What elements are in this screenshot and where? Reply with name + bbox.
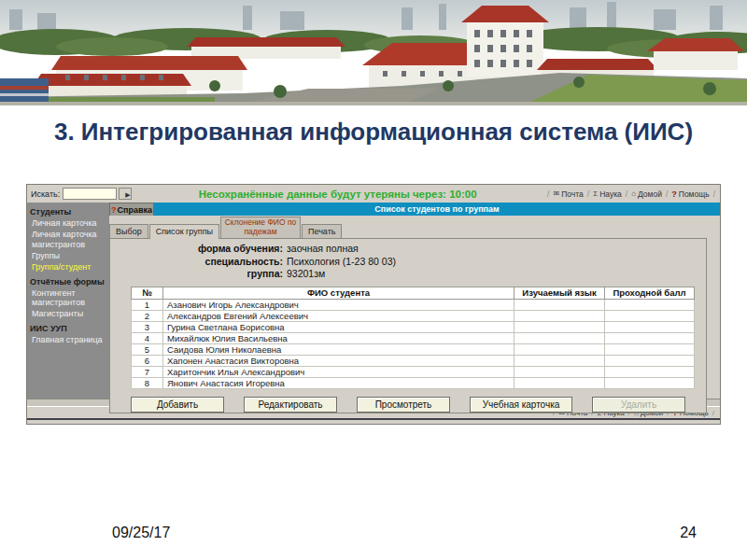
cell-number: 1 (132, 299, 163, 310)
add-button[interactable]: Добавить (131, 397, 224, 413)
cell-number: 6 (132, 355, 163, 366)
help-tab-label: Справка (118, 205, 152, 215)
unsaved-data-warning: Несохранённые данные будут утеряны через… (132, 189, 543, 200)
action-buttons: Добавить Редактировать Просмотреть Учебн… (131, 397, 685, 413)
education-form-label: форма обучения: (110, 243, 283, 256)
cell-name: Александров Евгений Алексеевич (163, 310, 514, 321)
cell-language (514, 321, 605, 332)
info-row-education-form: форма обучения: заочная полная (110, 243, 706, 256)
speciality-value: Психология (1-23 80 03) (287, 256, 396, 269)
app-top-bar: Искать: ▶ Несохранённые данные будут уте… (27, 185, 720, 203)
sidebar-item-masters[interactable]: Магистранты (27, 308, 109, 319)
sidebar-item-groups[interactable]: Группы (27, 250, 109, 261)
cell-name: Харитончик Илья Александрович (163, 366, 514, 377)
search-go-button[interactable]: ▶ (119, 188, 132, 200)
cell-language (514, 310, 605, 321)
tab-print[interactable]: Печать (302, 224, 342, 238)
toolbar-science[interactable]: ΣНаука (584, 189, 622, 199)
toolbar-science-label: Наука (599, 189, 622, 199)
cell-score (605, 299, 695, 310)
science-icon: Σ (593, 189, 598, 198)
app-main: Студенты Личная карточка Личная карточка… (27, 203, 720, 399)
view-button[interactable]: Просмотреть (357, 397, 450, 413)
cell-score (605, 377, 695, 388)
table-row[interactable]: 6Хапонен Анастасия Викторовна (132, 355, 695, 366)
tab-group-list[interactable]: Список группы (149, 224, 219, 239)
cell-score (605, 366, 695, 377)
table-row[interactable]: 5Саидова Юлия Николаевна (132, 343, 695, 355)
cell-name: Хапонен Анастасия Викторовна (163, 355, 514, 366)
cell-language (514, 355, 605, 366)
cell-score (605, 332, 695, 343)
cell-language (514, 332, 605, 343)
cell-score (605, 321, 695, 332)
students-table: № ФИО студента Изучаемый язык Проходной … (131, 287, 695, 389)
table-row[interactable]: 3Гурина Светлана Борисовна (132, 321, 695, 332)
cell-name: Азанович Игорь Александрович (163, 299, 514, 310)
cell-number: 7 (132, 366, 163, 377)
cell-language (514, 299, 605, 310)
tab-panel: форма обучения: заочная полная специальн… (109, 238, 707, 413)
table-row[interactable]: 2Александров Евгений Алексеевич (132, 310, 695, 321)
question-icon: ? (111, 205, 117, 215)
search-input[interactable] (63, 188, 117, 200)
toolbar-home-label: Домой (638, 189, 662, 199)
header-row: ? Справка Список студентов по группам (109, 203, 720, 216)
tab-select[interactable]: Выбор (109, 224, 148, 238)
cell-score (605, 343, 695, 355)
col-number: № (132, 287, 163, 299)
cell-language (514, 366, 605, 377)
table-header-row: № ФИО студента Изучаемый язык Проходной … (132, 287, 695, 299)
slide-title: 3. Интегрированная информационная систем… (0, 118, 747, 147)
delete-button[interactable]: Удалить (592, 397, 685, 413)
table-row[interactable]: 4Михайлюк Юлия Васильевна (132, 332, 695, 343)
sidebar-section-iis-uup: ИИС УУП (27, 320, 109, 334)
toolbar-help[interactable]: ?Помощь (662, 189, 710, 199)
edit-button[interactable]: Редактировать (244, 397, 337, 413)
table-row[interactable]: 8Янович Анастасия Игоревна (132, 377, 695, 388)
toolbar-mail-label: Почта (561, 189, 584, 199)
group-label: группа: (110, 268, 283, 281)
col-passing-score: Проходной балл (605, 287, 695, 299)
help-tab[interactable]: ? Справка (109, 203, 154, 216)
sidebar-item-group-student[interactable]: Группа/студент (27, 261, 109, 273)
cell-number: 2 (132, 310, 163, 321)
col-student-name: ФИО студента (163, 287, 514, 299)
info-row-group: группа: 93201зм (110, 268, 706, 281)
sidebar-item-personal-card-masters[interactable]: Личная карточка магистрантов (27, 229, 109, 250)
mail-icon: ✉ (553, 189, 559, 198)
cell-number: 8 (132, 377, 163, 388)
app-window: Искать: ▶ Несохранённые данные будут уте… (26, 184, 721, 425)
table-row[interactable]: 7Харитончик Илья Александрович (132, 366, 695, 377)
group-value: 93201зм (287, 268, 325, 281)
cell-language (514, 377, 605, 388)
campus-panorama-photo (0, 0, 747, 105)
slide-page-number: 24 (680, 525, 697, 541)
help-icon: ? (671, 189, 677, 199)
sidebar-section-students: Студенты (27, 203, 109, 217)
cell-number: 4 (132, 332, 163, 343)
cell-language (514, 343, 605, 355)
cell-name: Саидова Юлия Николаевна (163, 343, 514, 355)
sidebar-item-personal-card[interactable]: Личная карточка (27, 217, 109, 229)
top-toolbar: ✉Почта ΣНаука ⌂Домой ?Помощь (543, 189, 715, 199)
slide-footer-date: 09/25/17 (112, 525, 170, 541)
table-row[interactable]: 1Азанович Игорь Александрович (132, 299, 695, 310)
page-title-bar: Список студентов по группам (154, 203, 720, 216)
toolbar-home[interactable]: ⌂Домой (622, 189, 662, 199)
sidebar-section-report-forms: Отчётные формы (27, 273, 109, 287)
study-card-button[interactable]: Учебная карточка (470, 397, 572, 413)
home-icon: ⌂ (631, 189, 636, 198)
education-form-value: заочная полная (287, 243, 359, 256)
toolbar-mail[interactable]: ✉Почта (543, 189, 584, 199)
info-row-speciality: специальность: Психология (1-23 80 03) (110, 256, 706, 269)
cell-number: 3 (132, 321, 163, 332)
sidebar-item-contingent-masters[interactable]: Контингент магистрантов (27, 287, 109, 309)
tab-name-declension[interactable]: Склонение ФИО по падежам (220, 217, 301, 238)
cell-name: Янович Анастасия Игоревна (163, 377, 514, 388)
cell-score (605, 355, 695, 366)
sidebar: Студенты Личная карточка Личная карточка… (27, 203, 109, 399)
sidebar-item-main-page[interactable]: Главная страница (27, 334, 109, 345)
cell-score (605, 310, 695, 321)
col-language: Изучаемый язык (514, 287, 605, 299)
